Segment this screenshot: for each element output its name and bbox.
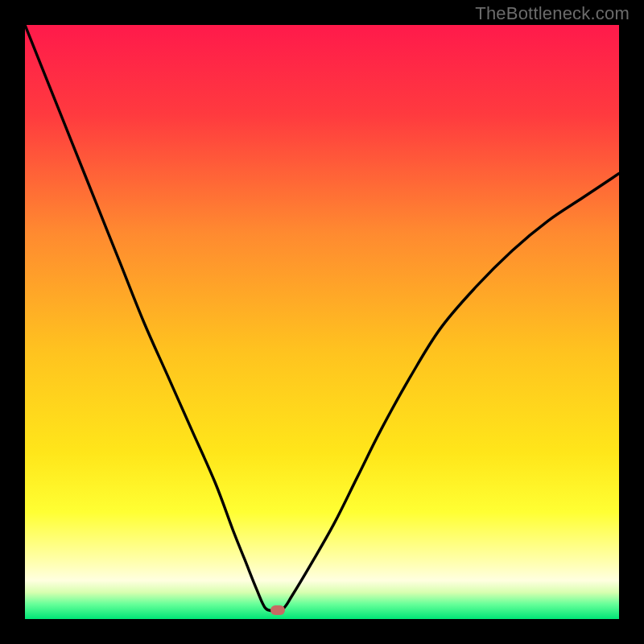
watermark-text: TheBottleneck.com — [475, 3, 630, 24]
chart-frame: TheBottleneck.com — [0, 0, 644, 644]
plot-area — [25, 25, 619, 619]
bottleneck-curve — [25, 25, 619, 619]
optimal-point-marker — [270, 605, 285, 615]
